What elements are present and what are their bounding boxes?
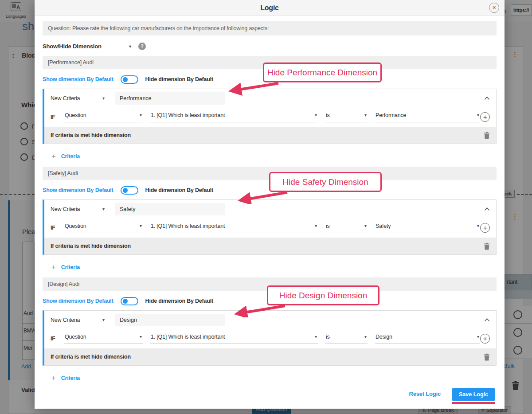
hide-by-default-label: Hide dimension By Default [145, 187, 213, 193]
add-condition-icon[interactable]: + [480, 334, 490, 344]
annotation-arrow [231, 302, 289, 317]
chevron-down-icon: ▾ [315, 334, 317, 339]
condition-row: IF Question ▾ 1. [Q1] Which is least imp… [44, 329, 496, 348]
default-visibility-toggle[interactable] [121, 186, 138, 195]
condition-value-select[interactable]: Performance ▾ [375, 112, 480, 122]
criteria-action-row: If criteria is met hide dimension [44, 348, 496, 365]
condition-value-select[interactable]: Safety ▾ [375, 223, 480, 233]
plus-icon: + [51, 374, 56, 383]
question-context-bar: Question: Please rate the following car … [43, 21, 497, 35]
chevron-up-icon[interactable] [484, 318, 490, 322]
condition-value-select[interactable]: Design ▾ [375, 334, 480, 344]
default-visibility-toggle[interactable] [121, 75, 138, 84]
condition-value: Design [376, 334, 392, 340]
condition-question-value: 1. [Q1] Which is least important [151, 223, 225, 229]
chevron-down-icon: ▾ [477, 223, 479, 228]
chevron-down-icon: ▾ [140, 223, 142, 228]
criteria-type-value: New Criteria [51, 206, 80, 212]
criteria-type-select[interactable]: New Criteria ▾ [51, 206, 105, 212]
plus-icon: + [51, 263, 56, 272]
add-condition-icon[interactable]: + [480, 112, 490, 122]
add-criteria-row: + Criteria [51, 152, 497, 161]
add-condition-icon[interactable]: + [480, 223, 490, 233]
criteria-type-value: New Criteria [51, 317, 80, 323]
modal-title: Logic [260, 4, 279, 12]
logic-type-select[interactable]: Show/Hide Dimension ▾ [43, 43, 131, 50]
show-by-default-label: Show dimension By Default [43, 187, 113, 193]
condition-subject-value: Question [65, 223, 86, 229]
condition-row: IF Question ▾ 1. [Q1] Which is least imp… [44, 107, 496, 127]
criteria-name-input[interactable] [115, 314, 225, 326]
chevron-down-icon: ▾ [364, 223, 367, 228]
trash-icon[interactable] [484, 242, 490, 250]
add-criteria-link[interactable]: Criteria [61, 264, 80, 270]
condition-operator-select[interactable]: is ▾ [325, 334, 368, 344]
add-criteria-link[interactable]: Criteria [61, 375, 80, 381]
logic-type-value: Show/Hide Dimension [43, 43, 102, 50]
reset-logic-link[interactable]: Reset Logic [409, 391, 441, 397]
criteria-card: New Criteria ▾ IF Question ▾ 1. [Q1] Whi… [43, 89, 497, 144]
condition-subject-select[interactable]: Question ▾ [64, 223, 143, 233]
logic-modal: Logic ✕ Question: Please rate the follow… [35, 0, 505, 409]
condition-subject-select[interactable]: Question ▾ [64, 334, 143, 344]
condition-value: Safety [376, 223, 391, 229]
plus-icon: + [51, 152, 56, 161]
chevron-down-icon: ▾ [140, 113, 142, 117]
criteria-action-row: If criteria is met hide dimension [44, 238, 496, 254]
condition-operator-select[interactable]: is ▾ [325, 112, 368, 122]
chevron-down-icon: ▾ [477, 334, 479, 339]
condition-subject-value: Question [65, 334, 86, 340]
chevron-up-icon[interactable] [484, 96, 490, 100]
hide-by-default-label: Hide dimension By Default [145, 76, 213, 82]
chevron-down-icon: ▾ [140, 334, 142, 339]
condition-operator-value: is [326, 223, 330, 229]
chevron-down-icon: ▾ [129, 44, 131, 49]
criteria-name-input[interactable] [115, 203, 225, 215]
annotation-arrow [234, 189, 292, 204]
show-by-default-label: Show dimension By Default [43, 76, 113, 82]
criteria-action-text: If criteria is met hide dimension [51, 132, 131, 138]
condition-operator-select[interactable]: is ▾ [325, 223, 368, 233]
criteria-card: New Criteria ▾ IF Question ▾ 1. [Q1] Whi… [43, 310, 497, 366]
chevron-down-icon: ▾ [102, 317, 105, 322]
hide-by-default-label: Hide dimension By Default [145, 298, 213, 304]
modal-header: Logic ✕ [35, 0, 505, 16]
toggle-knob [123, 299, 128, 304]
if-label: IF [51, 225, 64, 231]
criteria-action-text: If criteria is met hide dimension [51, 243, 131, 249]
save-logic-button[interactable]: Save Logic [452, 388, 495, 401]
chevron-up-icon[interactable] [484, 207, 490, 211]
toggle-knob [123, 77, 128, 82]
condition-subject-select[interactable]: Question ▾ [64, 112, 143, 122]
close-icon[interactable]: ✕ [489, 3, 499, 13]
condition-question-value: 1. [Q1] Which is least important [151, 112, 225, 118]
chevron-down-icon: ▾ [102, 207, 105, 211]
condition-question-select[interactable]: 1. [Q1] Which is least important ▾ [150, 112, 318, 122]
condition-value: Performance [376, 112, 406, 118]
condition-operator-value: is [326, 112, 330, 118]
condition-question-value: 1. [Q1] Which is least important [151, 334, 225, 340]
chevron-down-icon: ▾ [477, 113, 479, 117]
criteria-action-text: If criteria is met hide dimension [51, 354, 131, 360]
annotation-underline [452, 402, 495, 404]
trash-icon[interactable] [484, 353, 490, 361]
chevron-down-icon: ▾ [364, 334, 367, 339]
toggle-knob [123, 188, 128, 193]
annotation-arrow [224, 80, 284, 96]
criteria-type-select[interactable]: New Criteria ▾ [51, 317, 105, 323]
help-icon[interactable]: ? [138, 43, 146, 50]
condition-row: IF Question ▾ 1. [Q1] Which is least imp… [44, 218, 496, 238]
condition-question-select[interactable]: 1. [Q1] Which is least important ▾ [150, 223, 318, 233]
modal-footer: Reset Logic Save Logic [43, 388, 497, 404]
condition-question-select[interactable]: 1. [Q1] Which is least important ▾ [150, 334, 318, 344]
criteria-name-input[interactable] [115, 92, 225, 105]
criteria-action-row: If criteria is met hide dimension [44, 127, 496, 144]
default-visibility-toggle[interactable] [121, 297, 138, 305]
add-criteria-row: + Criteria [51, 374, 497, 383]
logic-type-row: Show/Hide Dimension ▾ ? [43, 43, 497, 50]
add-criteria-row: + Criteria [51, 263, 497, 272]
show-by-default-label: Show dimension By Default [43, 298, 113, 304]
criteria-type-select[interactable]: New Criteria ▾ [51, 95, 105, 102]
trash-icon[interactable] [484, 132, 490, 139]
add-criteria-link[interactable]: Criteria [61, 153, 80, 160]
